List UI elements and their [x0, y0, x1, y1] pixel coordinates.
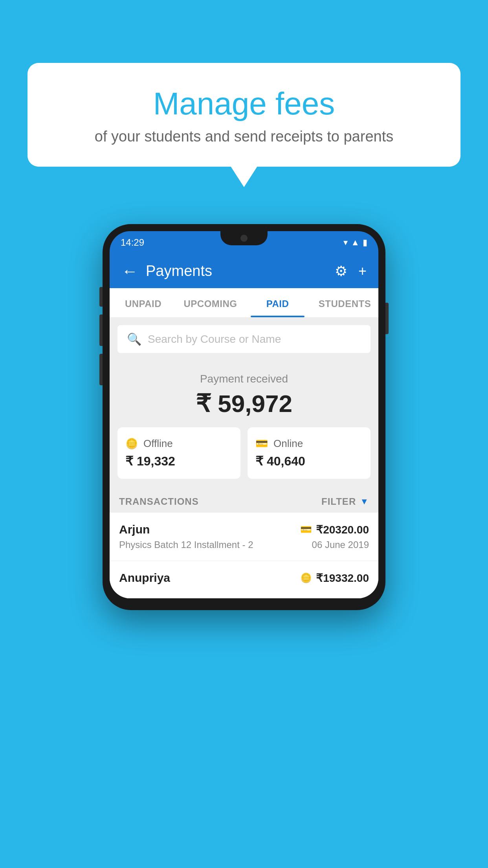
status-icons: ▾ ▲ ▮: [343, 237, 367, 248]
payment-received-label: Payment received: [117, 373, 371, 385]
bubble-title: Manage fees: [47, 86, 441, 121]
tab-unpaid[interactable]: UNPAID: [110, 288, 177, 317]
transaction-row[interactable]: Arjun 💳 ₹20320.00 Physics Batch 12 Insta…: [110, 513, 378, 561]
offline-card: 🪙 Offline ₹ 19,332: [117, 427, 240, 479]
filter-button[interactable]: FILTER ▼: [321, 496, 369, 507]
volume-down-button: [99, 354, 103, 385]
add-icon[interactable]: +: [358, 263, 367, 280]
transaction-row[interactable]: Anupriya 🪙 ₹19332.00: [110, 561, 378, 598]
battery-icon: ▮: [363, 237, 367, 248]
tab-paid[interactable]: PAID: [244, 288, 311, 317]
offline-amount: ₹ 19,332: [125, 454, 233, 469]
bubble-subtitle: of your students and send receipts to pa…: [47, 128, 441, 145]
app-bar-left: ← Payments: [121, 263, 212, 280]
back-button[interactable]: ←: [121, 263, 138, 280]
payment-cards: 🪙 Offline ₹ 19,332 💳 Online ₹ 40,640: [117, 427, 371, 479]
phone-notch: [220, 231, 268, 245]
offline-card-header: 🪙 Offline: [125, 438, 233, 450]
filter-icon: ▼: [360, 497, 369, 507]
transaction-amount: 💳 ₹20320.00: [300, 523, 369, 536]
transaction-top: Anupriya 🪙 ₹19332.00: [119, 571, 369, 585]
search-icon: 🔍: [127, 332, 141, 346]
online-card-header: 💳 Online: [255, 438, 363, 450]
signal-icon: ▲: [351, 237, 360, 248]
wifi-icon: ▾: [343, 237, 348, 248]
tab-students[interactable]: STUDENTS: [311, 288, 378, 317]
search-bar[interactable]: 🔍 Search by Course or Name: [117, 325, 371, 353]
offline-icon: 🪙: [125, 438, 138, 450]
payment-total: ₹ 59,972: [117, 389, 371, 418]
tab-upcoming[interactable]: UPCOMING: [177, 288, 244, 317]
phone-screen: ← Payments ⚙ + UNPAID UPCOMING PAID: [110, 254, 378, 598]
transaction-top: Arjun 💳 ₹20320.00: [119, 523, 369, 536]
power-button: [385, 303, 389, 334]
settings-icon[interactable]: ⚙: [335, 263, 347, 280]
student-name: Arjun: [119, 523, 150, 536]
phone-mockup: 14:29 ▾ ▲ ▮ ← Payments ⚙ +: [103, 224, 385, 610]
status-bar: 14:29 ▾ ▲ ▮: [110, 231, 378, 254]
transactions-header: TRANSACTIONS FILTER ▼: [110, 488, 378, 513]
payment-summary: Payment received ₹ 59,972 🪙 Offline ₹ 19…: [110, 360, 378, 488]
app-bar-right: ⚙ +: [335, 263, 367, 280]
speech-bubble: Manage fees of your students and send re…: [28, 63, 460, 167]
amount-value: ₹19332.00: [316, 572, 369, 585]
camera: [240, 235, 248, 242]
silent-button: [99, 287, 103, 307]
offline-label: Offline: [143, 438, 173, 450]
online-label: Online: [273, 438, 303, 450]
volume-up-button: [99, 314, 103, 346]
student-name: Anupriya: [119, 571, 170, 585]
phone-body: 14:29 ▾ ▲ ▮ ← Payments ⚙ +: [103, 224, 385, 610]
course-info: Physics Batch 12 Installment - 2: [119, 539, 253, 550]
app-bar-title: Payments: [146, 263, 212, 280]
online-icon: 💳: [255, 438, 268, 450]
transaction-amount: 🪙 ₹19332.00: [300, 572, 369, 585]
transactions-label: TRANSACTIONS: [119, 496, 199, 507]
search-bar-wrapper: 🔍 Search by Course or Name: [110, 318, 378, 360]
online-amount: ₹ 40,640: [255, 454, 363, 469]
amount-value: ₹20320.00: [316, 523, 369, 536]
filter-label: FILTER: [321, 496, 356, 507]
card-payment-icon: 💳: [300, 524, 312, 535]
transaction-bottom: Physics Batch 12 Installment - 2 06 June…: [119, 539, 369, 550]
search-input[interactable]: Search by Course or Name: [148, 333, 281, 346]
tabs-bar: UNPAID UPCOMING PAID STUDENTS: [110, 288, 378, 318]
transaction-date: 06 June 2019: [312, 539, 369, 550]
online-card: 💳 Online ₹ 40,640: [248, 427, 371, 479]
status-time: 14:29: [121, 237, 144, 248]
offline-payment-icon: 🪙: [300, 572, 312, 583]
app-bar: ← Payments ⚙ +: [110, 254, 378, 288]
